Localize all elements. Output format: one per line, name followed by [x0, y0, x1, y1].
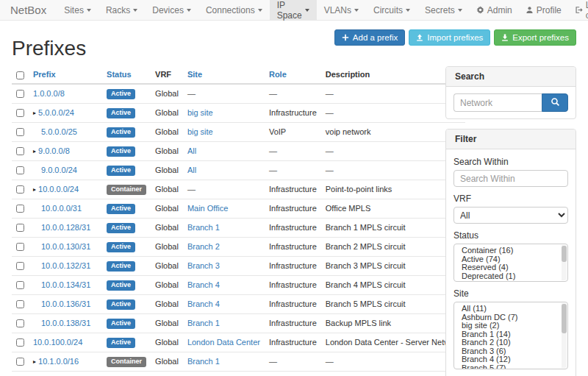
site-link[interactable]: London Data Center: [187, 338, 260, 347]
nav-item-devices[interactable]: Devices: [145, 0, 198, 20]
chevron-down-icon: [187, 9, 191, 12]
column-header-prefix[interactable]: Prefix: [29, 66, 102, 84]
status-badge[interactable]: Active: [107, 338, 135, 348]
row-checkbox[interactable]: [16, 243, 24, 251]
search-within-input[interactable]: [453, 170, 568, 187]
nav-item-admin[interactable]: Admin: [470, 0, 519, 20]
column-header-role[interactable]: Role: [265, 66, 321, 84]
status-badge[interactable]: Active: [107, 280, 135, 291]
row-checkbox[interactable]: [16, 185, 24, 194]
export-prefixes-button[interactable]: Export prefixes: [494, 29, 576, 46]
row-checkbox[interactable]: [16, 319, 24, 327]
search-input[interactable]: [453, 93, 542, 112]
select-all-checkbox[interactable]: [16, 71, 24, 79]
row-checkbox[interactable]: [16, 147, 24, 155]
site-link[interactable]: All: [187, 166, 196, 174]
row-checkbox[interactable]: [16, 281, 24, 289]
nav-item-profile[interactable]: Profile: [519, 0, 568, 20]
prefix-link[interactable]: 10.0.100.0/24: [33, 338, 82, 347]
row-checkbox[interactable]: [16, 262, 24, 270]
nav-item-connections[interactable]: Connections: [198, 0, 270, 20]
status-badge[interactable]: Active: [107, 166, 135, 176]
column-header-description: Description: [321, 66, 466, 84]
site-link[interactable]: Branch 1: [187, 319, 220, 327]
search-button[interactable]: [542, 93, 568, 112]
scrollbar-track[interactable]: [562, 245, 567, 280]
site-link[interactable]: Branch 2: [187, 242, 220, 251]
site-link[interactable]: big site: [187, 127, 213, 136]
vrf-cell: Global: [151, 256, 183, 275]
status-badge[interactable]: Active: [107, 299, 135, 310]
row-checkbox[interactable]: [16, 338, 24, 347]
scrollbar-track[interactable]: [562, 303, 567, 368]
site-link[interactable]: Branch 1: [187, 357, 220, 366]
status-badge[interactable]: Active: [107, 223, 135, 233]
listbox-option[interactable]: Reserved (4): [454, 263, 567, 272]
prefix-link[interactable]: 1.0.0.0/8: [33, 89, 65, 98]
listbox-option[interactable]: Container (16): [454, 246, 567, 255]
prefix-link[interactable]: 10.0.0.0/24: [38, 185, 79, 194]
scrollbar-thumb[interactable]: [562, 304, 567, 333]
nav-item-secrets[interactable]: Secrets: [417, 0, 470, 20]
nav-item-ip-space[interactable]: IP Space: [270, 0, 317, 20]
site-link[interactable]: Branch 1: [187, 223, 220, 232]
add-prefix-button[interactable]: Add a prefix: [334, 29, 405, 46]
prefix-link[interactable]: 10.0.0.128/31: [41, 223, 90, 232]
netbox-brand[interactable]: NetBox: [10, 0, 46, 20]
prefix-link[interactable]: 10.0.0.0/31: [41, 204, 82, 213]
listbox-option[interactable]: big site (2): [454, 322, 567, 330]
listbox-option[interactable]: Branch 2 (10): [454, 338, 567, 347]
description-cell: —: [321, 160, 466, 180]
prefix-link[interactable]: 9.0.0.0/24: [41, 166, 77, 174]
status-badge[interactable]: Active: [107, 89, 135, 99]
listbox-option[interactable]: Branch 4 (12): [454, 355, 567, 364]
column-header-site[interactable]: Site: [183, 66, 265, 84]
status-badge[interactable]: Active: [107, 261, 135, 272]
row-checkbox[interactable]: [16, 358, 24, 366]
plus-icon: [342, 34, 349, 41]
prefix-link[interactable]: 9.0.0.0/8: [38, 146, 70, 155]
nav-item-log-out[interactable]: Log out: [568, 0, 588, 20]
prefix-link[interactable]: 5.0.0.0/25: [41, 127, 77, 136]
status-badge[interactable]: Container: [107, 185, 146, 195]
nav-item-vlans[interactable]: VLANs: [317, 0, 366, 20]
site-link[interactable]: Main Office: [187, 204, 228, 213]
prefix-link[interactable]: 10.0.0.130/31: [41, 242, 90, 251]
site-link[interactable]: All: [187, 146, 196, 155]
status-badge[interactable]: Active: [107, 146, 135, 157]
status-badge[interactable]: Active: [107, 127, 135, 138]
row-checkbox[interactable]: [16, 205, 24, 213]
site-link[interactable]: Branch 4: [187, 299, 220, 308]
scrollbar-thumb[interactable]: [562, 246, 567, 262]
site-link[interactable]: Branch 3: [187, 261, 220, 270]
prefix-link[interactable]: 10.0.0.132/31: [41, 261, 90, 270]
role-cell: Infrastructure: [265, 313, 321, 333]
listbox-option[interactable]: Deprecated (1): [454, 272, 567, 281]
row-checkbox[interactable]: [16, 128, 24, 136]
nav-item-sites[interactable]: Sites: [57, 0, 98, 20]
vrf-select[interactable]: All: [453, 207, 568, 224]
prefix-link[interactable]: 5.0.0.0/24: [38, 108, 74, 117]
status-badge[interactable]: Active: [107, 319, 135, 329]
listbox-option[interactable]: Branch 5 (7): [454, 364, 567, 370]
nav-item-circuits[interactable]: Circuits: [366, 0, 417, 20]
prefix-link[interactable]: 10.0.0.138/31: [41, 319, 90, 327]
nav-item-racks[interactable]: Racks: [98, 0, 145, 20]
row-checkbox[interactable]: [16, 109, 24, 117]
row-checkbox[interactable]: [16, 224, 24, 232]
import-prefixes-button[interactable]: Import prefixes: [409, 29, 490, 46]
column-header-status[interactable]: Status: [102, 66, 151, 84]
status-badge[interactable]: Active: [107, 242, 135, 252]
site-link[interactable]: big site: [187, 108, 213, 117]
row-checkbox[interactable]: [16, 300, 24, 308]
prefix-link[interactable]: 10.0.0.134/31: [41, 280, 90, 289]
status-badge[interactable]: Active: [107, 108, 135, 118]
status-badge[interactable]: Container: [107, 357, 146, 367]
status-badge[interactable]: Active: [107, 204, 135, 214]
site-link[interactable]: Branch 4: [187, 280, 220, 289]
prefix-link[interactable]: 10.0.0.136/31: [41, 299, 90, 308]
listbox-option[interactable]: All (11): [454, 305, 567, 313]
prefix-link[interactable]: 10.1.0.0/16: [38, 357, 79, 366]
row-checkbox[interactable]: [16, 90, 24, 98]
row-checkbox[interactable]: [16, 166, 24, 174]
